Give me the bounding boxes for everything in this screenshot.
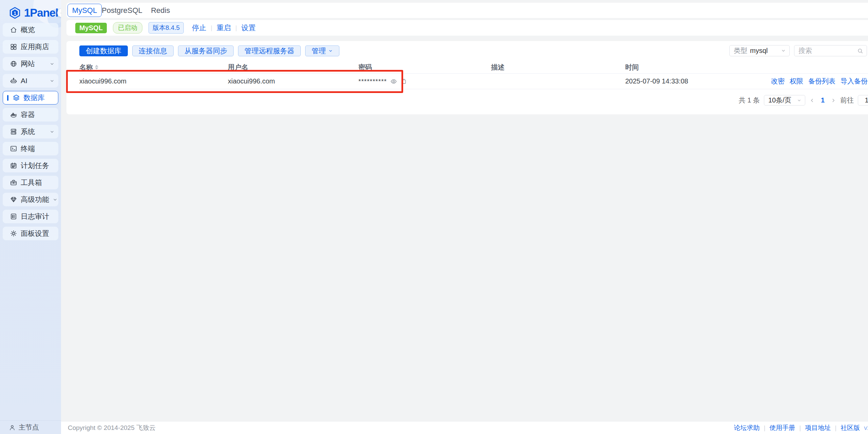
footer-links: 论坛求助 | 使用手册 | 项目地址 | 社区版 v2.0.4 更新	[734, 423, 868, 432]
sidebar-item-toolbox[interactable]: 工具箱	[3, 176, 58, 189]
gear-icon	[10, 230, 17, 237]
1panel-logo-icon: 1	[9, 7, 21, 19]
manage-remote-server-button[interactable]: 管理远程服务器	[238, 45, 301, 56]
column-header-description: 描述	[491, 63, 625, 72]
column-label: 描述	[491, 63, 505, 72]
toolbar-right: 类型 mysql	[729, 45, 868, 56]
sidebar-item-appstore[interactable]: 应用商店	[3, 40, 58, 54]
sidebar-item-cronjob[interactable]: 计划任务	[3, 159, 58, 172]
create-database-button[interactable]: 创建数据库	[79, 45, 128, 56]
chevron-down-icon	[50, 78, 55, 83]
community-edition-link[interactable]: 社区版	[841, 423, 860, 432]
backup-list-link[interactable]: 备份列表	[808, 77, 835, 86]
restart-service-link[interactable]: 重启	[217, 23, 231, 33]
cell-password: **********	[358, 78, 491, 85]
copy-icon[interactable]	[400, 78, 407, 84]
cell-time: 2025-07-09 14:33:08	[625, 77, 771, 85]
sidebar-item-advanced[interactable]: 高级功能	[3, 193, 58, 206]
chevron-down-icon	[781, 48, 786, 53]
page-number-current[interactable]: 1	[819, 96, 827, 104]
prev-page-button[interactable]	[809, 98, 815, 103]
sidebar-item-label: 计划任务	[21, 161, 55, 170]
type-filter-select[interactable]: 类型 mysql	[729, 45, 790, 56]
sidebar-item-logs[interactable]: 日志审计	[3, 210, 58, 223]
svg-text:1: 1	[14, 11, 16, 16]
tab-label: Redis	[151, 6, 170, 15]
search-field	[794, 45, 867, 56]
page-size-select[interactable]: 10条/页	[764, 95, 805, 106]
brand-name: 1Panel	[24, 6, 58, 19]
database-table: 名称 用户名 密码 描述 时间 操作 xiaocui996.com xiaocu…	[79, 61, 868, 89]
user-icon	[9, 424, 16, 431]
stop-service-link[interactable]: 停止	[192, 23, 206, 33]
tab-redis[interactable]: Redis	[142, 4, 179, 17]
table-header-row: 名称 用户名 密码 描述 时间 操作	[79, 61, 868, 74]
database-list-card: 创建数据库 连接信息 从服务器同步 管理远程服务器 管理 类型 mysql	[66, 41, 868, 114]
manage-dropdown-button[interactable]: 管理	[305, 45, 339, 56]
column-header-name[interactable]: 名称	[79, 63, 228, 72]
next-page-button[interactable]	[831, 98, 836, 103]
sidebar-item-label: 概览	[21, 25, 55, 35]
page-size-value: 10条/页	[768, 96, 794, 105]
sidebar-item-container[interactable]: 容器	[3, 108, 58, 121]
tab-label: PostgreSQL	[102, 6, 142, 15]
divider: |	[799, 424, 801, 432]
sidebar-item-label: 应用商店	[21, 42, 55, 52]
sidebar-item-terminal[interactable]: 终端	[3, 142, 58, 155]
db-type-tabs: MySQL PostgreSQL Redis	[66, 3, 868, 18]
appstore-grid-icon	[10, 43, 17, 51]
sort-icon[interactable]	[95, 65, 98, 70]
globe-icon	[10, 60, 17, 68]
docker-whale-icon	[10, 111, 17, 118]
type-filter-label: 类型	[734, 46, 747, 55]
version-text: v2.0.4	[864, 424, 868, 432]
table-row: xiaocui996.com xiaocui996.com **********…	[79, 74, 868, 89]
import-backup-link[interactable]: 导入备份	[841, 77, 868, 86]
search-icon	[857, 48, 863, 54]
chevron-down-icon	[50, 61, 55, 67]
change-password-link[interactable]: 改密	[771, 77, 785, 86]
service-settings-link[interactable]: 设置	[241, 23, 256, 33]
app-root: 1 1Panel 概览 应用商店 网站 AI	[0, 0, 868, 434]
logo: 1 1Panel	[0, 0, 61, 21]
chevron-down-icon	[53, 197, 58, 202]
password-masked: **********	[358, 78, 387, 85]
sidebar-item-ai[interactable]: AI	[3, 74, 58, 88]
log-list-icon	[10, 213, 17, 220]
sidebar-menu: 概览 应用商店 网站 AI 数据库 容器	[0, 21, 61, 240]
type-filter-value: mysql	[750, 47, 778, 55]
tab-mysql[interactable]: MySQL	[67, 4, 102, 17]
forum-help-link[interactable]: 论坛求助	[734, 423, 760, 432]
column-label: 名称	[79, 63, 93, 72]
goto-label: 前往	[840, 96, 854, 105]
sidebar-item-settings[interactable]: 面板设置	[3, 227, 58, 240]
sidebar-item-website[interactable]: 网站	[3, 57, 58, 71]
tab-label: MySQL	[72, 6, 97, 15]
goto-page-input[interactable]	[858, 95, 868, 106]
sidebar-item-system[interactable]: 系统	[3, 125, 58, 138]
chevron-down-icon	[797, 98, 802, 103]
server-icon	[10, 128, 17, 135]
service-name-badge: MySQL	[75, 23, 107, 33]
sidebar-item-label: 容器	[21, 110, 55, 119]
column-header-username: 用户名	[228, 63, 358, 72]
chevron-down-icon	[328, 49, 333, 53]
sync-from-server-button[interactable]: 从服务器同步	[178, 45, 234, 56]
service-version-badge[interactable]: 版本8.4.5	[149, 22, 184, 34]
connection-info-button[interactable]: 连接信息	[132, 45, 174, 56]
sidebar-item-database[interactable]: 数据库	[3, 91, 58, 105]
permissions-link[interactable]: 权限	[790, 77, 803, 86]
chevron-down-icon	[50, 129, 55, 134]
divider: |	[211, 24, 212, 32]
eye-icon[interactable]	[390, 78, 397, 85]
sidebar-node-switcher[interactable]: 主节点	[0, 420, 61, 434]
service-actions: 停止 | 重启 | 设置	[192, 23, 256, 33]
column-label: 密码	[358, 63, 372, 72]
project-link[interactable]: 项目地址	[805, 423, 831, 432]
tab-postgresql[interactable]: PostgreSQL	[102, 4, 142, 17]
divider: |	[235, 24, 237, 32]
manual-link[interactable]: 使用手册	[769, 423, 795, 432]
sidebar-item-label: 终端	[21, 144, 55, 153]
sidebar-item-overview[interactable]: 概览	[3, 23, 58, 37]
search-input[interactable]	[798, 47, 857, 55]
